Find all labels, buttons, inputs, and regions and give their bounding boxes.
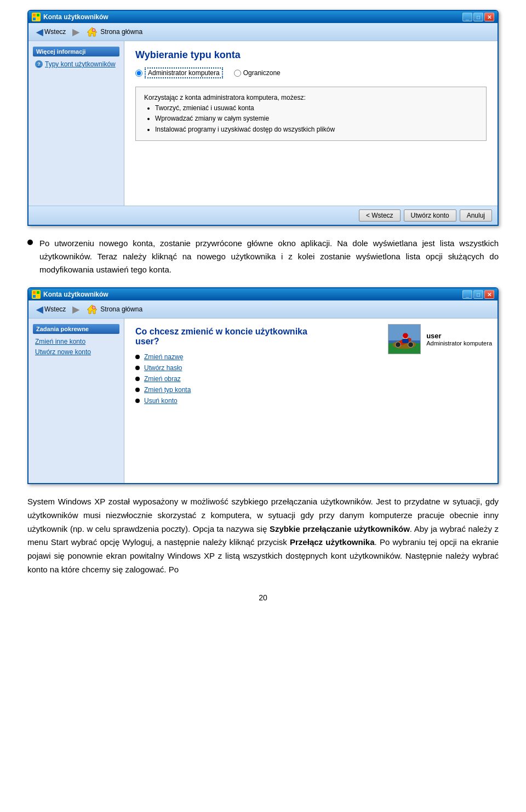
bullet-4 xyxy=(135,399,140,403)
win2-home-icon xyxy=(85,304,99,315)
home-icon xyxy=(85,26,99,37)
svg-point-17 xyxy=(396,342,401,348)
main2-title: Co chcesz zmienić w koncie użytkownika u… xyxy=(135,327,311,347)
desc-item-0: Tworzyć, zmieniać i usuwać konta xyxy=(155,103,478,113)
svg-point-18 xyxy=(408,342,414,348)
bullet-2 xyxy=(135,377,140,381)
titlebar1: Konta użytkowników _ □ ✕ xyxy=(28,11,498,23)
win2-forward-icon: ▶ xyxy=(72,304,79,315)
close-button[interactable]: ✕ xyxy=(484,13,494,21)
page-number: 20 xyxy=(22,593,504,602)
user-name-label: user xyxy=(426,332,492,340)
option-4[interactable]: Usuń konto xyxy=(135,397,487,405)
svg-marker-10 xyxy=(87,305,97,314)
win2-close-button[interactable]: ✕ xyxy=(484,290,494,299)
radio-limited[interactable]: Ograniczone xyxy=(234,69,281,77)
user-avatar xyxy=(388,324,421,354)
win2-back-button[interactable]: ◀ Wstecz xyxy=(33,303,69,316)
titlebar2: Konta użytkowników _ □ ✕ xyxy=(28,288,498,300)
bullet-text1: Po utworzeniu nowego konta, zostanie prz… xyxy=(39,237,499,276)
win2-home-button[interactable]: Strona główna xyxy=(82,303,146,316)
sidebar2-link-create-label: Utwórz nowe konto xyxy=(35,348,91,356)
bold-przelacz: Przełącz użytkownika xyxy=(290,537,374,547)
bold-szybkie: Szybkie przełączanie użytkowników xyxy=(270,524,410,533)
options-list: Zmień nazwę Utwórz hasło Zmień obraz xyxy=(135,353,487,405)
sidebar1: Więcej informacji ? Typy kont użytkownik… xyxy=(28,41,124,206)
sidebar1-title: Więcej informacji xyxy=(33,47,119,56)
svg-rect-0 xyxy=(33,14,36,16)
radio-admin-input[interactable] xyxy=(135,70,142,77)
home-label: Strona główna xyxy=(100,28,142,36)
svg-point-11 xyxy=(92,306,95,309)
desc-item-2: Instalować programy i uzyskiwać dostęp d… xyxy=(155,124,478,135)
back-action-button[interactable]: < Wstecz xyxy=(359,209,401,222)
svg-rect-2 xyxy=(33,18,36,20)
window2: Konta użytkowników _ □ ✕ ◀ Wstecz ▶ xyxy=(27,287,499,484)
bullet-dot1 xyxy=(27,240,33,245)
user-role-label: Administrator komputera xyxy=(426,340,492,347)
bottom-para1: System Windows XP został wyposażony w mo… xyxy=(27,495,499,577)
main2: Co chcesz zmienić w koncie użytkownika u… xyxy=(124,319,498,483)
window-title: Konta użytkowników xyxy=(43,13,108,21)
svg-point-5 xyxy=(92,29,95,32)
back-button[interactable]: ◀ Wstecz xyxy=(33,26,69,38)
svg-rect-8 xyxy=(33,295,36,298)
win2-minimize-button[interactable]: _ xyxy=(462,290,472,299)
bottom-bar1: < Wstecz Utwórz konto Anuluj xyxy=(28,206,498,225)
desc-item-1: Wprowadzać zmiany w całym systemie xyxy=(155,113,478,124)
desc-intro: Korzystając z konta administratora kompu… xyxy=(144,93,478,103)
main1: Wybieranie typu konta Administrator komp… xyxy=(124,41,498,206)
minimize-button[interactable]: _ xyxy=(462,13,472,21)
option-1[interactable]: Utwórz hasło xyxy=(135,364,487,372)
sidebar2-link-create[interactable]: Utwórz nowe konto xyxy=(33,348,119,356)
sidebar2-title: Zadania pokrewne xyxy=(33,324,119,334)
window2-content: Zadania pokrewne Zmień inne konto Utwórz… xyxy=(28,319,498,483)
option-2[interactable]: Zmień obraz xyxy=(135,375,487,383)
window-icon xyxy=(32,13,41,21)
window2-wrap: Konta użytkowników _ □ ✕ ◀ Wstecz ▶ xyxy=(27,287,499,484)
svg-rect-20 xyxy=(402,339,409,343)
win2-maximize-button[interactable]: □ xyxy=(473,290,483,299)
toolbar1: ◀ Wstecz ▶ Strona główna xyxy=(28,23,498,41)
user-card: user Administrator komputera xyxy=(388,324,492,354)
sidebar1-link-label: Typy kont użytkowników xyxy=(45,60,116,68)
svg-rect-1 xyxy=(37,14,39,16)
svg-marker-4 xyxy=(87,27,97,36)
radio-limited-label: Ograniczone xyxy=(243,69,281,77)
bullet-0 xyxy=(135,355,140,359)
home-button[interactable]: Strona główna xyxy=(82,25,146,38)
bullet-item1: Po utworzeniu nowego konta, zostanie prz… xyxy=(27,237,499,276)
win2-back-icon: ◀ xyxy=(36,304,43,315)
option-0[interactable]: Zmień nazwę xyxy=(135,353,487,361)
desc-box: Korzystając z konta administratora kompu… xyxy=(135,87,487,141)
svg-rect-3 xyxy=(37,18,39,20)
maximize-button[interactable]: □ xyxy=(473,13,483,21)
create-account-button[interactable]: Utwórz konto xyxy=(404,209,456,222)
window1: Konta użytkowników _ □ ✕ ◀ Wstecz ▶ xyxy=(27,10,499,226)
win2-back-label: Wstecz xyxy=(44,305,66,313)
back-arrow-icon: ◀ xyxy=(36,27,43,37)
user-info: user Administrator komputera xyxy=(426,332,492,347)
option-3[interactable]: Zmień typ konta xyxy=(135,386,487,394)
win2-home-label: Strona główna xyxy=(100,305,142,313)
sidebar1-link-types[interactable]: ? Typy kont użytkowników xyxy=(33,60,119,69)
svg-point-21 xyxy=(403,333,408,338)
help-icon: ? xyxy=(35,60,43,68)
window1-content: Więcej informacji ? Typy kont użytkownik… xyxy=(28,41,498,206)
bottom-text-section: System Windows XP został wyposażony w mo… xyxy=(27,495,499,577)
cancel-button[interactable]: Anuluj xyxy=(460,209,492,222)
radio-admin[interactable]: Administrator komputera xyxy=(135,67,223,78)
back-label: Wstecz xyxy=(44,28,66,36)
bullet-1 xyxy=(135,366,140,370)
text-section1: Po utworzeniu nowego konta, zostanie prz… xyxy=(27,237,499,276)
svg-rect-6 xyxy=(33,291,36,294)
svg-rect-7 xyxy=(37,291,39,294)
radio-admin-label: Administrator komputera xyxy=(145,67,223,78)
sidebar2-link-change[interactable]: Zmień inne konto xyxy=(33,337,119,346)
radio-group: Administrator komputera Ograniczone xyxy=(135,67,487,78)
sidebar2: Zadania pokrewne Zmień inne konto Utwórz… xyxy=(28,319,124,483)
bullet-3 xyxy=(135,388,140,392)
main1-title: Wybieranie typu konta xyxy=(135,49,487,61)
radio-limited-input[interactable] xyxy=(234,70,241,77)
forward-arrow-icon: ▶ xyxy=(72,27,79,37)
